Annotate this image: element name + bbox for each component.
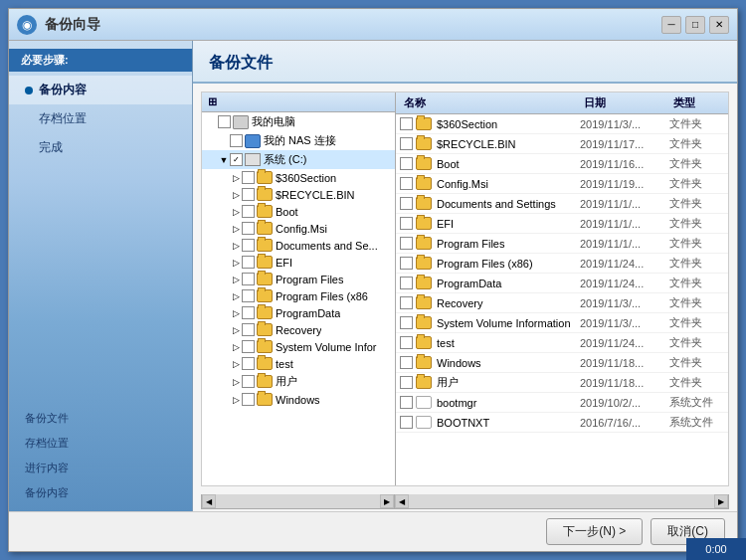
- sidebar-bottom-item-2[interactable]: 存档位置: [17, 433, 184, 454]
- tree-checkbox[interactable]: [242, 393, 255, 406]
- list-scrollbar[interactable]: ◀ ▶: [395, 494, 729, 509]
- list-item[interactable]: ProgramData2019/11/24...文件夹: [396, 274, 728, 293]
- tree-checkbox[interactable]: ✓: [230, 153, 243, 166]
- list-item[interactable]: $RECYCLE.BIN2019/11/17...文件夹: [396, 134, 728, 154]
- tree-checkbox[interactable]: [242, 306, 255, 319]
- tree-checkbox[interactable]: [242, 239, 255, 252]
- list-item[interactable]: bootmgr2019/10/2/...系统文件: [396, 393, 728, 413]
- sidebar-item-save-location[interactable]: 存档位置: [9, 104, 192, 133]
- folder-icon: [416, 197, 432, 210]
- main-header: 备份文件: [193, 41, 737, 84]
- tree-item-test[interactable]: ▷ test: [202, 355, 395, 372]
- list-row-checkbox[interactable]: [400, 356, 413, 369]
- tree-item-computer[interactable]: 我的电脑: [202, 112, 395, 131]
- sidebar-item-complete[interactable]: 完成: [9, 133, 192, 162]
- sidebar-bottom-item-3[interactable]: 进行内容: [17, 458, 184, 478]
- list-item[interactable]: BOOTNXT2016/7/16/...系统文件: [396, 413, 728, 433]
- list-item[interactable]: $360Section2019/11/3/...文件夹: [396, 114, 728, 134]
- list-row-checkbox[interactable]: [400, 277, 413, 289]
- scroll-right-btn[interactable]: ▶: [714, 494, 728, 508]
- list-row-checkbox[interactable]: [400, 137, 413, 150]
- scroll-right-btn[interactable]: ▶: [380, 494, 394, 508]
- maximize-button[interactable]: □: [685, 16, 705, 34]
- tree-item-system-volume[interactable]: ▷ System Volume Infor: [202, 338, 395, 355]
- tree-label: Recovery: [276, 324, 321, 336]
- list-item[interactable]: Boot2019/11/16...文件夹: [396, 154, 728, 174]
- tree-item-program-files[interactable]: ▷ Program Files: [202, 271, 395, 287]
- list-item[interactable]: EFI2019/11/1/...文件夹: [396, 214, 728, 234]
- list-item[interactable]: test2019/11/24...文件夹: [396, 333, 728, 353]
- tree-item-config-msi[interactable]: ▷ Config.Msi: [202, 220, 395, 237]
- tree-item-360section[interactable]: ▷ $360Section: [202, 169, 395, 186]
- tree-checkbox[interactable]: [230, 134, 243, 147]
- next-button[interactable]: 下一步(N) >: [546, 518, 643, 545]
- tree-item-boot[interactable]: ▷ Boot: [202, 203, 395, 220]
- tree-checkbox[interactable]: [242, 256, 255, 269]
- tree-item-documents[interactable]: ▷ Documents and Se...: [202, 237, 395, 254]
- list-row-checkbox[interactable]: [400, 416, 413, 429]
- tree-item-drive-c[interactable]: ▼ ✓ 系统 (C:): [202, 150, 395, 169]
- tree-checkbox[interactable]: [218, 115, 231, 128]
- list-row-checkbox[interactable]: [400, 257, 413, 270]
- tree-item-recovery[interactable]: ▷ Recovery: [202, 321, 395, 338]
- list-row-checkbox[interactable]: [400, 177, 413, 190]
- list-row-checkbox[interactable]: [400, 197, 413, 210]
- list-row-checkbox[interactable]: [400, 376, 413, 389]
- scroll-track[interactable]: [409, 494, 714, 508]
- tree-item-recycle[interactable]: ▷ $RECYCLE.BIN: [202, 186, 395, 203]
- expand-icon: ▷: [230, 359, 242, 369]
- tree-checkbox[interactable]: [242, 323, 255, 336]
- list-row-date: 2019/11/1/...: [580, 238, 669, 250]
- minimize-button[interactable]: ─: [661, 16, 681, 34]
- list-item[interactable]: System Volume Information2019/11/3/...文件…: [396, 313, 728, 333]
- list-row-checkbox[interactable]: [400, 296, 413, 309]
- tree-item-programdata[interactable]: ▷ ProgramData: [202, 304, 395, 321]
- list-row-date: 2019/11/1/...: [580, 218, 669, 230]
- list-item[interactable]: Program Files2019/11/1/...文件夹: [396, 234, 728, 254]
- list-row-checkbox[interactable]: [400, 396, 413, 409]
- tree-item-nas[interactable]: 我的 NAS 连接: [202, 131, 395, 150]
- list-row-name: $RECYCLE.BIN: [435, 138, 580, 150]
- tree-scrollbar[interactable]: ◀ ▶: [201, 494, 395, 509]
- list-row-checkbox[interactable]: [400, 237, 413, 250]
- list-row-type: 文件夹: [669, 116, 724, 131]
- list-row-name: Documents and Settings: [435, 198, 580, 210]
- tree-checkbox[interactable]: [242, 289, 255, 302]
- tree-label: EFI: [276, 257, 292, 269]
- tree-checkbox[interactable]: [242, 222, 255, 235]
- close-button[interactable]: ✕: [709, 16, 729, 34]
- tree-item-efi[interactable]: ▷ EFI: [202, 254, 395, 271]
- list-row-checkbox[interactable]: [400, 217, 413, 230]
- tree-checkbox[interactable]: [242, 340, 255, 353]
- sidebar-item-backup-content[interactable]: 备份内容: [9, 76, 192, 104]
- sidebar-bottom-item-4[interactable]: 备份内容: [17, 482, 184, 503]
- tree-checkbox[interactable]: [242, 171, 255, 184]
- nas-icon: [245, 134, 261, 148]
- tree-checkbox[interactable]: [242, 357, 255, 370]
- scroll-left-btn[interactable]: ◀: [395, 494, 409, 508]
- sidebar-bottom-item-1[interactable]: 备份文件: [17, 408, 184, 429]
- list-row-checkbox[interactable]: [400, 316, 413, 329]
- scroll-left-btn[interactable]: ◀: [202, 494, 216, 508]
- list-row-date: 2019/11/1/...: [580, 198, 669, 210]
- list-item[interactable]: Program Files (x86)2019/11/24...文件夹: [396, 254, 728, 274]
- tree-item-users[interactable]: ▷ 用户: [202, 372, 395, 391]
- list-item[interactable]: Windows2019/11/18...文件夹: [396, 353, 728, 373]
- tree-item-windows[interactable]: ▷ Windows: [202, 391, 395, 408]
- tree-item-program-files-x86[interactable]: ▷ Program Files (x86: [202, 287, 395, 304]
- list-item[interactable]: Recovery2019/11/3/...文件夹: [396, 293, 728, 313]
- tree-checkbox[interactable]: [242, 188, 255, 201]
- tree-checkbox[interactable]: [242, 375, 255, 388]
- list-item[interactable]: 用户2019/11/18...文件夹: [396, 373, 728, 393]
- list-item[interactable]: Config.Msi2019/11/19...文件夹: [396, 174, 728, 194]
- tree-checkbox[interactable]: [242, 205, 255, 218]
- list-row-name: System Volume Information: [435, 317, 580, 329]
- tree-checkbox[interactable]: [242, 273, 255, 285]
- list-item[interactable]: Documents and Settings2019/11/1/...文件夹: [396, 194, 728, 214]
- list-row-checkbox[interactable]: [400, 157, 413, 170]
- list-row-checkbox[interactable]: [400, 336, 413, 349]
- scroll-track[interactable]: [216, 494, 380, 508]
- list-row-name: bootmgr: [435, 397, 580, 409]
- list-row-name: Recovery: [435, 297, 580, 309]
- list-row-checkbox[interactable]: [400, 117, 413, 130]
